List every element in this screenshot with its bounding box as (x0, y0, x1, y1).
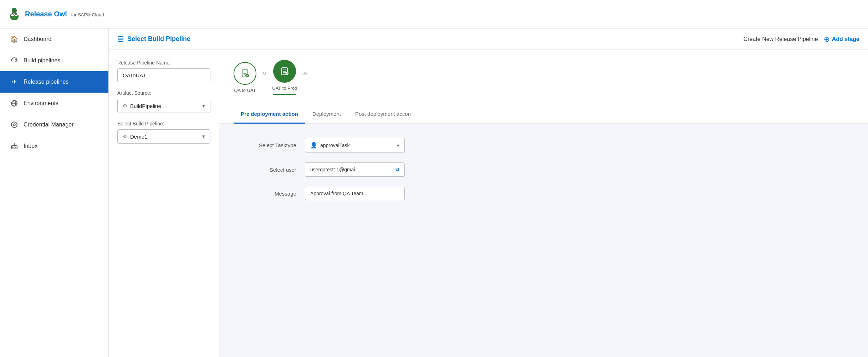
tab-post-deployment[interactable]: Post deployment action (348, 105, 418, 124)
stage-qa-to-uat[interactable]: QA to UAT (234, 62, 256, 93)
sidebar-label-environments: Environments (24, 100, 58, 107)
tabs-row: Pre deployment action Deployment Post de… (219, 105, 868, 124)
logo-subtitle: for SAP® Cloud (71, 12, 104, 17)
tasktype-field-row: Select Tasktype: 👤 approvalTask ▾ (241, 138, 847, 152)
logo-main: Release Owl for SAP® Cloud (25, 10, 104, 18)
sidebar-item-dashboard[interactable]: 🏠 Dashboard (0, 29, 108, 50)
sidebar-label-inbox: Inbox (24, 143, 37, 149)
sidebar-item-release-pipelines[interactable]: ✈ Release pipelines (0, 71, 108, 93)
inbox-icon (10, 142, 19, 150)
message-input[interactable]: Approval from QA Team ... (305, 187, 405, 200)
tasktype-value: approvalTask (320, 143, 350, 148)
artifact-gear-icon: ⚙ (123, 103, 127, 109)
artifact-source-chevron-icon: ▾ (202, 103, 205, 109)
stage-underline-uat-to-prod (273, 94, 296, 95)
logo-release: Release Owl (25, 10, 67, 18)
add-stage-label: Add stage (832, 36, 859, 42)
pipeline-name-label: Release Pipeline Name: (117, 60, 210, 66)
dashboard-icon: 🏠 (10, 35, 19, 43)
split-view: Release Pipeline Name: Artifact Source: … (109, 50, 868, 357)
pipeline-name-input[interactable] (117, 68, 210, 82)
tab-pre-deployment-label: Pre deployment action (241, 111, 298, 117)
stage-icon-uat-to-prod (279, 66, 290, 77)
tasktype-control: 👤 approvalTask ▾ (305, 138, 405, 152)
message-label: Message: (241, 191, 298, 197)
user-control: userqatest11@gmai... ⧉ (305, 162, 405, 177)
content-header: ☰ Select Build Pipeline Create New Relea… (109, 29, 868, 50)
stage-chevron-2: » (297, 68, 313, 86)
stages-row: QA to UAT » (219, 50, 868, 105)
message-control: Approval from QA Team ... (305, 187, 405, 200)
sidebar-item-environments[interactable]: Environments (0, 93, 108, 114)
tab-deployment-label: Deployment (312, 111, 341, 117)
form-panel: Release Pipeline Name: Artifact Source: … (109, 50, 219, 357)
release-pipelines-icon: ✈ (10, 78, 19, 86)
svg-point-7 (12, 8, 17, 14)
user-input[interactable]: userqatest11@gmai... ⧉ (305, 162, 405, 177)
stage-uat-to-prod[interactable]: UAT to Prod (272, 60, 297, 95)
build-pipeline-gear-icon: ⚙ (123, 134, 127, 139)
svg-point-14 (11, 122, 17, 128)
top-bar: Release Owl for SAP® Cloud (0, 0, 868, 29)
sidebar-item-build-pipelines[interactable]: Build pipelines (0, 50, 108, 71)
stage-label-uat-to-prod: UAT to Prod (272, 86, 297, 91)
tasktype-select-inner: 👤 approvalTask (310, 142, 350, 149)
artifact-source-select[interactable]: ⚙ BuildPipeline ▾ (117, 99, 210, 113)
user-value: userqatest11@gmai... (310, 167, 359, 172)
message-value: Approval from QA Team ... (310, 191, 369, 196)
build-pipeline-chevron-icon: ▾ (202, 133, 205, 140)
artifact-source-label: Artifact Source: (117, 90, 210, 96)
select-build-pipeline-inner: ⚙ Demo1 (123, 134, 147, 140)
svg-point-15 (13, 124, 15, 126)
add-stage-icon: ⊕ (824, 35, 830, 43)
sidebar-label-release-pipelines: Release pipelines (24, 79, 68, 85)
sidebar-label-dashboard: Dashboard (24, 36, 51, 42)
artifact-source-value: BuildPipeline (130, 103, 161, 109)
stage-circle-qa-to-uat (234, 62, 256, 85)
sidebar-label-credential-manager: Credential Manager (24, 121, 74, 128)
tasktype-chevron-icon: ▾ (397, 143, 399, 148)
credential-manager-icon (10, 120, 19, 129)
right-panel: QA to UAT » (219, 50, 868, 357)
content-header-right: Create New Release Pipeline ⊕ Add stage (744, 35, 859, 43)
select-pipeline-menu-icon: ☰ (117, 35, 124, 43)
tasktype-person-icon: 👤 (310, 142, 317, 149)
tasktype-select[interactable]: 👤 approvalTask ▾ (305, 138, 405, 152)
stage-chevron-1: » (256, 68, 272, 86)
sidebar: 🏠 Dashboard Build pipelines ✈ Release pi… (0, 29, 109, 357)
user-label: Select user: (241, 167, 298, 173)
stage-icon-qa-to-uat (239, 68, 251, 79)
logo-area: Release Owl for SAP® Cloud (7, 7, 104, 21)
app-container: Release Owl for SAP® Cloud 🏠 Dashboard (0, 0, 868, 357)
main-area: 🏠 Dashboard Build pipelines ✈ Release pi… (0, 29, 868, 357)
tab-post-deployment-label: Post deployment action (355, 111, 411, 117)
sidebar-label-build-pipelines: Build pipelines (24, 57, 60, 64)
svg-point-5 (12, 14, 13, 15)
select-build-pipeline-select[interactable]: ⚙ Demo1 ▾ (117, 129, 210, 144)
artifact-source-select-inner: ⚙ BuildPipeline (123, 103, 161, 109)
select-build-pipeline-value: Demo1 (130, 134, 147, 140)
tab-deployment[interactable]: Deployment (305, 105, 348, 124)
page-title: Create New Release Pipeline (744, 36, 818, 42)
sidebar-item-inbox[interactable]: Inbox (0, 135, 108, 157)
stage-circle-uat-to-prod (273, 60, 296, 83)
select-pipeline-label[interactable]: Select Build Pipeline (127, 35, 190, 43)
environments-icon (10, 99, 19, 108)
content-area: ☰ Select Build Pipeline Create New Relea… (109, 29, 868, 357)
stage-label-qa-to-uat: QA to UAT (234, 88, 256, 93)
build-pipelines-icon (10, 56, 19, 65)
message-field-row: Message: Approval from QA Team ... (241, 187, 847, 200)
svg-point-6 (16, 14, 17, 15)
select-build-pipeline-label: Select Build Pipeline: (117, 121, 210, 126)
tab-pre-deployment[interactable]: Pre deployment action (234, 105, 305, 124)
sidebar-item-credential-manager[interactable]: Credential Manager (0, 114, 108, 135)
copy-icon[interactable]: ⧉ (395, 166, 399, 173)
add-stage-button[interactable]: ⊕ Add stage (824, 35, 859, 43)
user-field-row: Select user: userqatest11@gmai... ⧉ (241, 162, 847, 177)
owl-logo-icon (7, 7, 21, 21)
content-header-left: ☰ Select Build Pipeline (117, 35, 190, 43)
right-form: Select Tasktype: 👤 approvalTask ▾ (219, 124, 868, 214)
tasktype-label: Select Tasktype: (241, 142, 298, 148)
logo-text: Release Owl for SAP® Cloud (25, 10, 104, 18)
